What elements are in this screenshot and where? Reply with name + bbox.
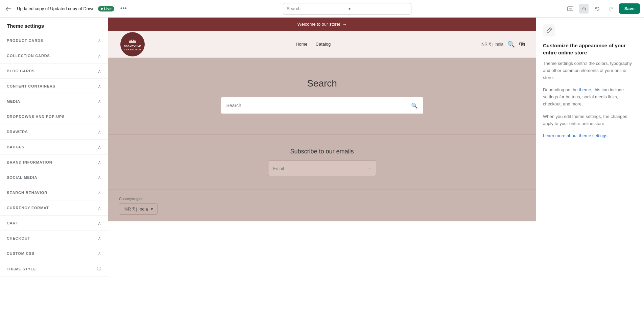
right-panel-desc2: Depending on the theme, this can include…: [543, 87, 637, 107]
customize-icon-button[interactable]: [578, 3, 589, 14]
sidebar-item-right-media: ∧: [98, 99, 101, 104]
sidebar-item-content-containers[interactable]: CONTENT CONTAINERS ∧: [0, 79, 108, 94]
store-email-placeholder: Email: [273, 166, 284, 171]
sidebar-item-product-cards[interactable]: PRODUCT CARDS ∧: [0, 33, 108, 48]
preview-frame[interactable]: Welcome to our store! → CAKEWORLD: [108, 18, 536, 316]
eye-icon-button[interactable]: [565, 3, 576, 14]
store-banner: Welcome to our store! →: [108, 18, 536, 31]
sidebar-item-right-social-media: ∧: [98, 175, 101, 180]
undo-button[interactable]: [592, 3, 603, 14]
sidebar-item-blog-cards[interactable]: BLOG CARDS ∧: [0, 64, 108, 79]
sidebar-item-dropdowns-popups[interactable]: DROPDOWNS AND POP-UPS ∧: [0, 109, 108, 124]
learn-more-link[interactable]: Learn more about theme settings: [543, 133, 607, 138]
sidebar-item-label-social-media: SOCIAL MEDIA: [7, 175, 37, 179]
store-nav: CAKEWORLD CAKEWORLD Home Catalog INR ₹ |…: [108, 31, 536, 58]
sidebar-item-drawers[interactable]: DRAWERS ∧: [0, 124, 108, 140]
store-email-arrow-icon: →: [367, 166, 371, 171]
sidebar-item-right-checkout: ∧: [98, 236, 101, 241]
sidebar-item-social-media[interactable]: SOCIAL MEDIA ∧: [0, 170, 108, 185]
redo-button[interactable]: [605, 3, 616, 14]
store-search-section: Search 🔍: [108, 58, 536, 134]
sidebar-item-label-theme-style: THEME STYLE: [7, 267, 36, 271]
store-footer: Country/region INR ₹ | India ▾: [108, 190, 536, 221]
nav-search-icon[interactable]: 🔍: [507, 41, 515, 48]
chevron-up-icon: ∧: [98, 129, 101, 135]
desc2-prefix: Depending on the: [543, 87, 579, 92]
sidebar-item-right-content-containers: ∧: [98, 83, 101, 89]
sidebar-item-label-dropdowns-popups: DROPDOWNS AND POP-UPS: [7, 115, 65, 119]
sidebar-item-collection-cards[interactable]: COLLECTION CARDS ∧: [0, 48, 108, 64]
main-layout: Theme settings PRODUCT CARDS ∧ COLLECTIO…: [0, 18, 644, 316]
store-search-input[interactable]: [226, 103, 408, 108]
sidebar-item-checkout[interactable]: CHECKOUT ∧: [0, 231, 108, 246]
sidebar-item-right-currency-format: ∧: [98, 205, 101, 211]
sidebar-item-cart[interactable]: CART ∧: [0, 216, 108, 231]
svg-rect-6: [132, 39, 133, 41]
sidebar-item-right-cart: ∧: [98, 220, 101, 226]
svg-rect-2: [569, 8, 572, 9]
svg-rect-4: [583, 7, 585, 8]
sidebar-item-label-cart: CART: [7, 221, 18, 225]
sidebar-item-label-checkout: CHECKOUT: [7, 236, 30, 240]
chevron-up-icon: ∧: [98, 38, 101, 43]
store-search-title: Search: [307, 78, 337, 89]
svg-rect-5: [129, 41, 136, 43]
chevron-up-icon: ∧: [98, 190, 101, 195]
svg-rect-3: [579, 4, 589, 14]
store-email-box[interactable]: Email →: [268, 161, 376, 176]
store-search-box[interactable]: 🔍: [221, 97, 424, 114]
store-search-icon: 🔍: [411, 102, 418, 109]
store-name: Updated copy of Updated copy of Dawn: [17, 6, 95, 11]
chevron-up-icon: ∧: [98, 236, 101, 241]
chevron-up-icon: ∧: [98, 68, 101, 74]
sidebar-item-badges[interactable]: BADGES ∧: [0, 140, 108, 155]
chevron-up-icon: ∧: [98, 53, 101, 58]
nav-catalog[interactable]: Catalog: [316, 42, 331, 47]
chevron-up-icon: ∧: [98, 144, 101, 150]
sidebar-content: PRODUCT CARDS ∧ COLLECTION CARDS ∧ BLOG …: [0, 33, 108, 316]
sidebar-item-right-badges: ∧: [98, 144, 101, 150]
sidebar-item-label-collection-cards: COLLECTION CARDS: [7, 54, 50, 58]
nav-cart-icon[interactable]: 🛍: [519, 41, 525, 48]
sidebar-item-label-search-behavior: SEARCH BEHAVIOR: [7, 191, 47, 195]
chevron-up-icon: ∧: [98, 175, 101, 180]
more-options-button[interactable]: •••: [118, 4, 129, 14]
topbar-right: Save: [565, 3, 640, 14]
sidebar-item-label-custom-css: CUSTOM CSS: [7, 251, 34, 256]
this-link[interactable]: this: [594, 87, 600, 92]
chevron-up-icon: ∧: [98, 205, 101, 211]
store-subscribe-section: Subscribe to our emails Email →: [108, 134, 536, 190]
live-dot: [101, 8, 103, 10]
chevron-up-icon: ∧: [98, 114, 101, 119]
sidebar-title: Theme settings: [7, 23, 101, 29]
banner-arrow-icon: →: [342, 22, 347, 27]
sidebar: Theme settings PRODUCT CARDS ∧ COLLECTIO…: [0, 18, 108, 316]
sidebar-item-theme-style[interactable]: THEME STYLE ⓘ: [0, 261, 108, 277]
sidebar-item-right-product-cards: ∧: [98, 38, 101, 43]
sidebar-item-label-badges: BADGES: [7, 145, 24, 149]
sidebar-item-label-drawers: DRAWERS: [7, 130, 28, 134]
sidebar-header: Theme settings: [0, 18, 108, 33]
sidebar-item-brand-information[interactable]: BRAND INFORMATION ∧: [0, 155, 108, 170]
sidebar-item-label-product-cards: PRODUCT CARDS: [7, 39, 43, 43]
sidebar-item-currency-format[interactable]: CURRENCY FORMAT ∧: [0, 200, 108, 216]
theme-link[interactable]: theme: [579, 87, 591, 92]
store-footer-chevron-icon: ▾: [151, 206, 153, 212]
sidebar-item-right-search-behavior: ∧: [98, 190, 101, 195]
sidebar-item-custom-css[interactable]: CUSTOM CSS ∧: [0, 246, 108, 261]
store-footer-currency-selector[interactable]: INR ₹ | India ▾: [119, 203, 158, 215]
sidebar-item-right-blog-cards: ∧: [98, 68, 101, 74]
sidebar-item-media[interactable]: MEDIA ∧: [0, 94, 108, 109]
back-icon[interactable]: [4, 4, 14, 14]
sidebar-item-right-dropdowns-popups: ∧: [98, 114, 101, 119]
sidebar-item-label-blog-cards: BLOG CARDS: [7, 69, 35, 73]
save-button[interactable]: Save: [619, 3, 640, 14]
search-bar-top[interactable]: Search ▾: [283, 3, 411, 15]
sidebar-item-search-behavior[interactable]: SEARCH BEHAVIOR ∧: [0, 185, 108, 200]
topbar-center: Search ▾: [134, 3, 561, 15]
logo-circle: CAKEWORLD CAKEWORLD: [120, 32, 145, 56]
info-icon: ⓘ: [97, 266, 101, 272]
nav-home[interactable]: Home: [296, 42, 308, 47]
right-panel-desc3: When you edit theme settings, the change…: [543, 113, 637, 127]
store-footer-currency: INR ₹ | India: [123, 206, 148, 212]
